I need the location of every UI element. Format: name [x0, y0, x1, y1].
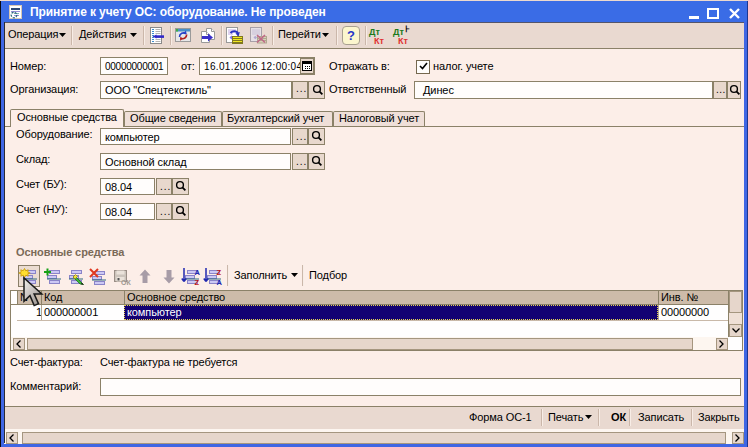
svg-text:A: A: [195, 268, 201, 277]
svg-text:Z: Z: [217, 268, 222, 277]
svg-text:A: A: [217, 278, 223, 287]
svg-text:Z: Z: [195, 278, 200, 287]
svg-text:ОК: ОК: [121, 279, 131, 286]
